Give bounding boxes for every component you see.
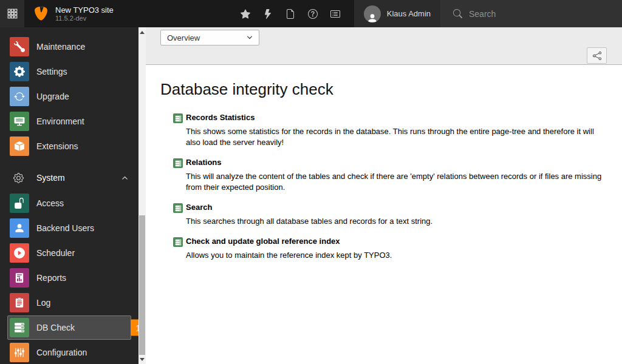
- grid-icon: [7, 8, 18, 19]
- check-item-text: RelationsThis will analyze the content o…: [186, 158, 607, 193]
- file-button[interactable]: [279, 0, 302, 27]
- file-icon: [285, 9, 295, 19]
- sidebar-item-log[interactable]: Log: [7, 291, 131, 315]
- person-icon: [367, 13, 378, 22]
- chevron-up-icon: [121, 174, 129, 182]
- scrollbar-thumb[interactable]: [139, 215, 145, 355]
- function-select[interactable]: Overview: [160, 30, 259, 46]
- user-name: Klaus Admin: [387, 9, 431, 18]
- share-button[interactable]: [587, 47, 607, 64]
- check-item-check-and-update-global-reference-index: Check and update global reference indexA…: [160, 237, 607, 261]
- sidebar-item-label: Log: [36, 298, 50, 308]
- list-button[interactable]: [324, 0, 347, 27]
- sidebar-item-label: Reports: [36, 273, 66, 283]
- check-item-search: SearchThis searches through all database…: [160, 203, 607, 227]
- check-item-text: Check and update global reference indexA…: [186, 237, 392, 261]
- sidebar-item-db-check[interactable]: DB Check1: [7, 315, 131, 340]
- server-icon: [173, 158, 183, 168]
- gear-icon: [10, 62, 29, 81]
- site-title: New TYPO3 site: [55, 5, 114, 15]
- check-item-description: Allows you to maintain the reference ind…: [186, 250, 392, 261]
- check-item-relations: RelationsThis will analyze the content o…: [160, 158, 607, 193]
- star-button[interactable]: [234, 0, 257, 27]
- toolbar-icons: [234, 0, 347, 27]
- sidebar-item-label: Configuration: [36, 348, 87, 357]
- star-icon: [241, 9, 250, 19]
- page-title: Database integrity check: [160, 80, 607, 99]
- server-icon: [173, 203, 183, 213]
- search-bar[interactable]: [440, 0, 622, 27]
- bolt-button[interactable]: [257, 0, 279, 27]
- sidebar-item-label: Environment: [36, 116, 84, 126]
- section-header-system[interactable]: System: [13, 170, 129, 185]
- user-icon: [10, 218, 29, 238]
- gear-outline-icon: [13, 173, 24, 183]
- site-version: 11.5.2-dev: [55, 15, 114, 22]
- sidebar-item-label: Upgrade: [36, 92, 69, 101]
- server-icon: [173, 237, 183, 247]
- content-area: Database integrity check Records Statist…: [146, 65, 622, 261]
- user-menu[interactable]: Klaus Admin: [354, 0, 440, 27]
- sidebar-item-label: Maintenance: [36, 42, 85, 52]
- sidebar-scrollbar[interactable]: [138, 27, 146, 364]
- check-item-title: Search: [186, 203, 432, 212]
- section-label: System: [36, 173, 65, 183]
- sidebar-item-upgrade[interactable]: Upgrade: [7, 84, 131, 109]
- topbar: New TYPO3 site 11.5.2-dev Klaus Admin: [0, 0, 622, 27]
- sidebar-item-maintenance[interactable]: Maintenance: [7, 35, 131, 59]
- check-item-records-statistics: Records StatisticsThis shows some statis…: [160, 113, 607, 148]
- check-item-title: Relations: [186, 158, 607, 167]
- check-item-title: Records Statistics: [186, 113, 607, 122]
- search-input[interactable]: [468, 8, 622, 19]
- share-icon: [593, 52, 601, 60]
- main-area: Overview Database integrity check Record…: [146, 27, 622, 364]
- help-button[interactable]: [302, 0, 324, 27]
- sidebar-item-label: Settings: [36, 67, 67, 76]
- server-icon: [173, 113, 183, 123]
- sidebar-item-configuration[interactable]: Configuration: [7, 340, 131, 364]
- check-item-description: This searches through all database table…: [186, 216, 432, 227]
- search-icon: [453, 9, 462, 18]
- brand-text: New TYPO3 site 11.5.2-dev: [55, 5, 114, 22]
- check-item-text: SearchThis searches through all database…: [186, 203, 432, 227]
- check-list: Records StatisticsThis shows some statis…: [160, 113, 607, 261]
- check-item-description: This will analyze the content of the tab…: [186, 171, 607, 193]
- check-item-title: Check and update global reference index: [186, 237, 392, 246]
- sidebar-item-label: Scheduler: [36, 248, 75, 258]
- cube-icon: [10, 136, 29, 156]
- scroll-down-arrow[interactable]: [138, 356, 146, 363]
- docheader: Overview: [146, 27, 622, 65]
- modules-toggle-button[interactable]: [0, 0, 24, 27]
- topbar-spacer: [114, 0, 234, 27]
- sliders-icon: [10, 343, 29, 362]
- typo3-logo-icon: [33, 5, 49, 22]
- bolt-icon: [263, 9, 273, 19]
- check-item-description: This shows some statistics for the recor…: [186, 126, 607, 148]
- report-icon: [10, 268, 29, 288]
- play-circle-icon: [10, 243, 29, 263]
- sidebar-item-label: Extensions: [36, 141, 78, 151]
- server-icon: [10, 318, 29, 337]
- sidebar-item-scheduler[interactable]: Scheduler: [7, 241, 131, 265]
- notification-badge: 1: [131, 320, 138, 336]
- wrench-icon: [10, 37, 29, 56]
- unlock-icon: [10, 194, 29, 213]
- list-icon: [330, 9, 340, 19]
- sidebar-item-access[interactable]: Access: [7, 191, 131, 215]
- module-menu: MaintenanceSettingsUpgradeEnvironmentExt…: [0, 27, 138, 364]
- sidebar-item-label: Access: [36, 198, 64, 208]
- refresh-icon: [10, 87, 29, 106]
- sidebar-item-backend-users[interactable]: Backend Users: [7, 216, 131, 240]
- site-brand[interactable]: New TYPO3 site 11.5.2-dev: [24, 0, 114, 27]
- check-item-text: Records StatisticsThis shows some statis…: [186, 113, 607, 148]
- sidebar-item-settings[interactable]: Settings: [7, 59, 131, 84]
- sidebar-item-label: DB Check: [36, 323, 75, 332]
- sidebar-item-extensions[interactable]: Extensions: [7, 134, 131, 158]
- sidebar-item-environment[interactable]: Environment: [7, 109, 131, 133]
- function-select-value: Overview: [167, 33, 200, 42]
- monitor-icon: [10, 112, 29, 131]
- chevron-down-icon: [246, 34, 253, 41]
- sidebar-item-reports[interactable]: Reports: [7, 266, 131, 290]
- scroll-up-arrow[interactable]: [138, 29, 146, 36]
- sidebar-item-label: Backend Users: [36, 223, 94, 233]
